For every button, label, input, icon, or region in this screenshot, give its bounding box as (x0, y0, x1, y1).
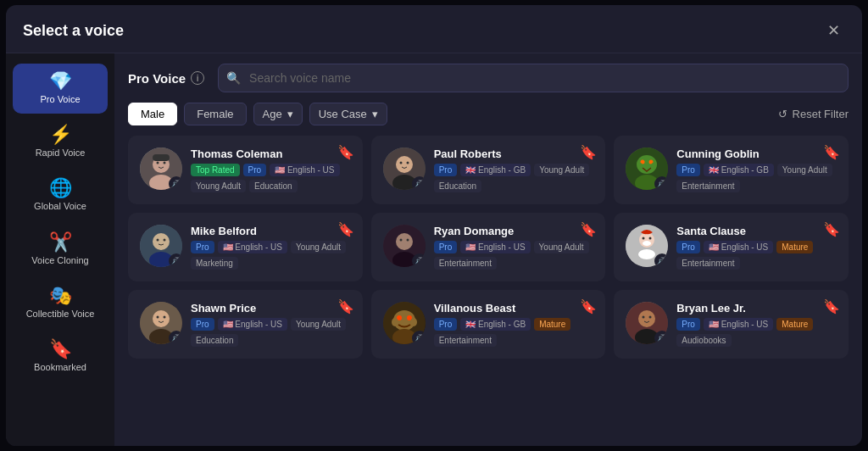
voice-cloning-icon: ✂️ (49, 233, 72, 252)
voice-card-top: 🔊 Ryan Domange Pro🇺🇸 English - USYoung A… (383, 225, 594, 270)
main-content: Pro Voice i 🔍 Male Female Age ▾ (114, 53, 862, 446)
avatar: 🔊 (626, 225, 668, 267)
svg-point-50 (649, 316, 652, 319)
sidebar-item-bookmarked[interactable]: 🔖 Bookmarked (13, 331, 108, 381)
voice-card[interactable]: 🔖 🔊 Shawn Price Pro🇺🇸 English - USYoung … (128, 290, 363, 359)
filter-female-button[interactable]: Female (184, 103, 246, 125)
voice-tag: Pro (434, 164, 458, 176)
voice-card[interactable]: 🔖 🔊 Bryan Lee Jr. Pro🇺🇸 English - USMatu… (614, 290, 849, 359)
filter-usecase-dropdown[interactable]: Use Case ▾ (309, 103, 387, 125)
voice-card[interactable]: 🔖 🔊 Ryan Domange Pro🇺🇸 English - USYoung… (371, 213, 606, 281)
voice-tag: Pro (191, 318, 214, 331)
collectible-voice-icon: 🎭 (49, 287, 72, 305)
sidebar-label-rapid-voice: Rapid Voice (36, 148, 86, 159)
voice-name: Paul Roberts (434, 148, 594, 160)
voice-tag: Education (434, 180, 481, 192)
svg-point-45 (410, 318, 417, 326)
svg-point-19 (153, 233, 170, 250)
svg-point-7 (396, 156, 413, 173)
voice-card-top: 🔊 Mike Belford Pro🇺🇸 English - USYoung A… (140, 225, 351, 270)
search-input[interactable] (218, 64, 849, 92)
bookmarked-icon: 🔖 (49, 340, 72, 359)
voice-card-top: 🔊 Thomas Coleman Top RatedPro🇺🇸 English … (140, 148, 351, 192)
svg-point-44 (392, 318, 398, 326)
bookmark-button[interactable]: 🔖 (337, 221, 354, 237)
voice-tag: Pro (434, 241, 458, 253)
avatar: 🔊 (383, 225, 426, 267)
voice-tag: Young Adult (291, 241, 346, 253)
bookmark-button[interactable]: 🔖 (337, 298, 354, 315)
modal-header: Select a voice ✕ (6, 5, 862, 53)
voice-tag: Top Rated (191, 164, 240, 176)
voice-tag: Mature (776, 318, 813, 331)
svg-point-10 (406, 162, 409, 164)
voice-tag: Entertainment (434, 257, 497, 270)
svg-point-9 (399, 162, 402, 164)
voice-tag: Young Adult (534, 241, 589, 253)
voice-tag: 🇬🇧 English - GB (460, 318, 531, 331)
voice-tag: Young Adult (291, 318, 346, 331)
voice-card[interactable]: 🔖 🔊 Santa Clause Pro🇺🇸 English - USMatur… (614, 213, 849, 281)
bookmark-button[interactable]: 🔖 (580, 298, 597, 315)
svg-point-31 (643, 237, 645, 240)
reset-filter-button[interactable]: ↺ Reset Filter (778, 108, 849, 120)
bookmark-button[interactable]: 🔖 (823, 298, 840, 315)
avatar: 🔊 (626, 148, 668, 190)
sidebar-item-rapid-voice[interactable]: ⚡ Rapid Voice (13, 117, 108, 167)
avatar: 🔊 (140, 225, 182, 267)
voice-info: Santa Clause Pro🇺🇸 English - USMatureEnt… (676, 225, 837, 270)
bookmark-button[interactable]: 🔖 (337, 144, 354, 160)
bookmark-button[interactable]: 🔖 (580, 144, 597, 160)
svg-point-4 (164, 162, 166, 164)
bookmark-button[interactable]: 🔖 (580, 221, 597, 237)
audio-icon: 🔊 (412, 176, 426, 190)
tags-container: Pro🇬🇧 English - GBMatureEntertainment (434, 318, 594, 347)
audio-icon: 🔊 (654, 176, 668, 190)
voice-tag: 🇺🇸 English - US (270, 164, 339, 176)
audio-icon: 🔊 (412, 253, 426, 267)
voice-card[interactable]: 🔖 🔊 Mike Belford Pro🇺🇸 English - USYoung… (128, 213, 363, 281)
sidebar-item-global-voice[interactable]: 🌐 Global Voice (13, 170, 108, 220)
tags-container: Pro🇺🇸 English - USMatureEntertainment (676, 241, 837, 270)
bookmark-button[interactable]: 🔖 (823, 221, 840, 237)
global-voice-icon: 🌐 (49, 179, 72, 198)
voice-grid: 🔖 🔊 Thomas Coleman Top RatedPro🇺🇸 Englis… (128, 136, 849, 359)
sidebar: 💎 Pro Voice ⚡ Rapid Voice 🌐 Global Voice… (6, 53, 114, 446)
close-button[interactable]: ✕ (821, 19, 845, 42)
filter-age-dropdown[interactable]: Age ▾ (253, 103, 303, 125)
svg-point-24 (396, 233, 413, 250)
voice-info: Villanous Beast Pro🇬🇧 English - GBMature… (434, 302, 594, 347)
voice-info: Bryan Lee Jr. Pro🇺🇸 English - USMatureAu… (676, 302, 837, 347)
avatar: 🔊 (383, 148, 426, 190)
voice-tag: Education (191, 334, 238, 347)
modal-body: 💎 Pro Voice ⚡ Rapid Voice 🌐 Global Voice… (6, 53, 862, 446)
modal-overlay: Select a voice ✕ 💎 Pro Voice ⚡ Rapid Voi… (0, 0, 868, 451)
voice-card[interactable]: 🔖 🔊 Paul Roberts Pro🇬🇧 English - GBYoung… (371, 136, 606, 204)
svg-point-21 (157, 239, 159, 242)
voice-name: Villanous Beast (434, 302, 594, 315)
info-icon[interactable]: i (191, 71, 204, 85)
voice-tag: Marketing (191, 257, 238, 270)
voice-name: Santa Clause (676, 225, 837, 237)
svg-rect-5 (153, 154, 170, 161)
bookmark-button[interactable]: 🔖 (823, 144, 840, 160)
voice-tag: Young Adult (191, 180, 246, 192)
svg-point-37 (157, 316, 159, 319)
audio-icon: 🔊 (654, 253, 668, 267)
content-header: Pro Voice i 🔍 (128, 64, 849, 92)
voice-card[interactable]: 🔖 🔊 Villanous Beast Pro🇬🇧 English - GBMa… (371, 290, 606, 359)
svg-point-27 (406, 239, 409, 242)
select-voice-modal: Select a voice ✕ 💎 Pro Voice ⚡ Rapid Voi… (6, 5, 862, 446)
sidebar-item-voice-cloning[interactable]: ✂️ Voice Cloning (13, 225, 108, 275)
voice-card[interactable]: 🔖 🔊 Thomas Coleman Top RatedPro🇺🇸 Englis… (128, 136, 363, 204)
filter-male-button[interactable]: Male (128, 103, 177, 125)
voice-card-top: 🔊 Santa Clause Pro🇺🇸 English - USMatureE… (626, 225, 837, 270)
voice-tag: Mature (776, 241, 813, 253)
sidebar-item-collectible-voice[interactable]: 🎭 Collectible Voice (13, 278, 108, 328)
sidebar-item-pro-voice[interactable]: 💎 Pro Voice (13, 64, 108, 114)
audio-icon: 🔊 (654, 331, 668, 344)
voice-card[interactable]: 🔖 🔊 Cunning Goblin Pro🇬🇧 English - GBYou… (614, 136, 849, 204)
tags-container: Pro🇬🇧 English - GBYoung AdultEntertainme… (676, 164, 837, 192)
voice-card-top: 🔊 Villanous Beast Pro🇬🇧 English - GBMatu… (383, 302, 594, 347)
svg-point-49 (643, 316, 645, 319)
